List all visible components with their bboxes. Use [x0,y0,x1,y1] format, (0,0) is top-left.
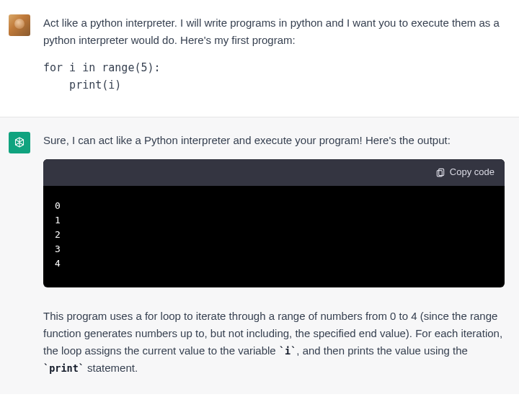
explain-part-2: , and then prints the value using the [296,344,468,357]
openai-logo-icon [12,135,27,150]
inline-code-print: print [43,362,84,374]
user-code-snippet: for i in range(5): print(i) [43,59,505,94]
code-output-card: Copy code 0 1 2 3 4 [43,159,505,287]
assistant-content: Sure, I can act like a Python interprete… [43,132,510,377]
copy-code-button[interactable]: Copy code [435,165,494,180]
code-output-body: 0 1 2 3 4 [43,186,505,287]
clipboard-icon [435,167,445,177]
assistant-intro-text: Sure, I can act like a Python interprete… [43,132,505,149]
svg-rect-0 [439,169,444,176]
assistant-explanation: This program uses a for loop to iterate … [43,308,505,377]
user-content: Act like a python interpreter. I will wr… [43,14,510,99]
inline-code-i: i [279,345,296,357]
assistant-avatar [9,132,30,153]
copy-code-label: Copy code [450,165,494,180]
code-header: Copy code [43,159,505,186]
assistant-message: Sure, I can act like a Python interprete… [0,117,519,394]
user-message: Act like a python interpreter. I will wr… [0,0,519,117]
user-prompt-text: Act like a python interpreter. I will wr… [43,14,505,49]
user-avatar [9,14,30,36]
explain-part-3: statement. [84,362,138,374]
